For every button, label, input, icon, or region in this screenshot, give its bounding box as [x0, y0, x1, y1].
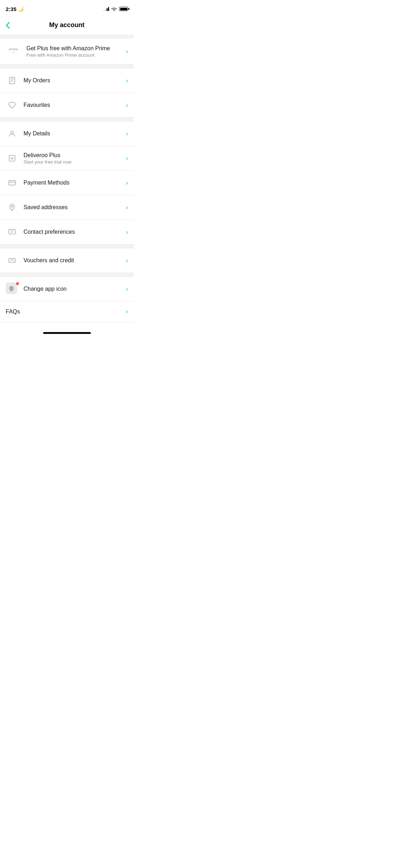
- amazon-prime-item[interactable]: prime ~ Get Plus free with Amazon Prime …: [0, 38, 134, 64]
- chevron-icon: ›: [126, 228, 128, 236]
- favourites-title: Favourites: [24, 102, 126, 108]
- notification-badge: [16, 282, 19, 285]
- svg-rect-0: [10, 77, 15, 84]
- chevron-icon: ›: [126, 285, 128, 293]
- wifi-icon: [111, 7, 117, 11]
- contact-preferences-title: Contact preferences: [24, 229, 126, 235]
- vouchers-title: Vouchers and credit: [24, 257, 126, 264]
- saved-addresses-title: Saved addresses: [24, 204, 126, 211]
- saved-addresses-item[interactable]: Saved addresses ›: [0, 195, 134, 219]
- home-indicator: [43, 332, 91, 334]
- prime-subtitle: Free with Amazon Prime account: [26, 52, 126, 58]
- orders-icon: [6, 77, 19, 84]
- favourites-icon: [6, 101, 19, 109]
- chevron-icon: ›: [126, 179, 128, 187]
- plus-icon: [6, 154, 19, 162]
- app-icon-container: [6, 283, 19, 295]
- chevron-icon: ›: [126, 155, 128, 162]
- section-gap-4: [0, 273, 134, 277]
- my-orders-title: My Orders: [24, 77, 126, 84]
- prime-content: Get Plus free with Amazon Prime Free wit…: [26, 45, 126, 58]
- faqs-title: FAQs: [6, 309, 126, 315]
- back-button[interactable]: [6, 22, 10, 29]
- change-app-icon-title: Change app icon: [24, 286, 126, 292]
- bottom-bar: [0, 329, 134, 336]
- svg-rect-9: [9, 229, 15, 234]
- chevron-icon: ›: [126, 308, 128, 315]
- payment-icon: [6, 179, 19, 187]
- svg-point-8: [11, 206, 13, 207]
- chevron-icon: ›: [126, 257, 128, 264]
- section-gap-3: [0, 244, 134, 248]
- prime-title: Get Plus free with Amazon Prime: [26, 45, 126, 52]
- voucher-icon: [6, 257, 19, 264]
- chevron-icon: ›: [126, 102, 128, 109]
- section-gap-top: [0, 35, 134, 38]
- change-app-icon-item[interactable]: Change app icon ›: [0, 277, 134, 301]
- favourites-item[interactable]: Favourites ›: [0, 93, 134, 117]
- moon-icon: 🌙: [18, 6, 24, 12]
- chevron-icon: ›: [126, 130, 128, 138]
- battery-icon: [119, 7, 128, 11]
- location-icon: [6, 203, 19, 211]
- status-time: 2:35 🌙: [6, 6, 24, 12]
- section-gap-1: [0, 64, 134, 68]
- deliveroo-plus-subtitle: Start your free trial now: [24, 159, 126, 165]
- status-bar: 2:35 🌙: [0, 0, 134, 16]
- page-title: My account: [49, 21, 84, 29]
- faqs-item[interactable]: FAQs ›: [0, 301, 134, 322]
- page-header: My account: [0, 16, 134, 35]
- deliveroo-plus-item[interactable]: Deliveroo Plus Start your free trial now…: [0, 146, 134, 170]
- section-gap-2: [0, 118, 134, 121]
- signal-icon: [103, 7, 109, 11]
- payment-methods-item[interactable]: Payment Methods ›: [0, 171, 134, 195]
- my-orders-item[interactable]: My Orders ›: [0, 68, 134, 93]
- contact-preferences-item[interactable]: Contact preferences ›: [0, 220, 134, 244]
- my-details-title: My Details: [24, 130, 126, 137]
- payment-methods-title: Payment Methods: [24, 180, 126, 186]
- vouchers-item[interactable]: Vouchers and credit ›: [0, 248, 134, 273]
- chevron-icon: ›: [126, 48, 128, 55]
- my-details-item[interactable]: My Details ›: [0, 122, 134, 146]
- svg-point-4: [11, 131, 13, 134]
- person-icon: [6, 130, 19, 138]
- svg-rect-6: [9, 181, 15, 185]
- chevron-icon: ›: [126, 77, 128, 84]
- deliveroo-plus-title: Deliveroo Plus: [24, 152, 126, 159]
- chevron-icon: ›: [126, 204, 128, 211]
- message-icon: [6, 228, 19, 236]
- status-icons: [103, 7, 128, 11]
- prime-logo: prime ~: [6, 48, 21, 55]
